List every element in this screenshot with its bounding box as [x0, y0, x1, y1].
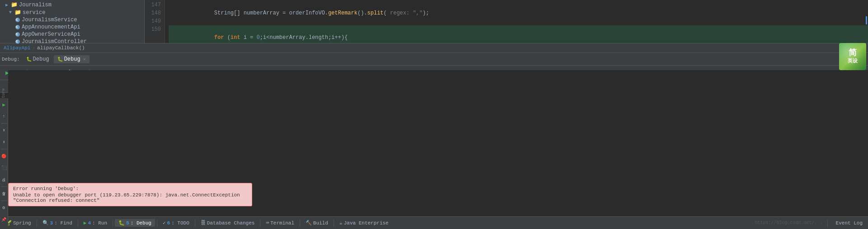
bottom-tab-java-enterprise[interactable]: ☕ Java Enterprise	[336, 219, 392, 227]
sidebar-mute[interactable]: 🔴	[0, 151, 9, 162]
tree-label-app-owner: AppOwnerServiceApi	[22, 31, 80, 38]
sidebar-stop[interactable]: ⬛	[0, 162, 9, 173]
build-icon: 🔨	[306, 220, 312, 226]
bottom-bar: 🌱 Spring 🔍 3 : Find ▶ 4 : Run 🐛 5 : Debu…	[0, 216, 868, 229]
line-num-147: 147	[145, 1, 161, 9]
bottom-url: https://blog.csdn.net/...	[755, 220, 823, 225]
bottom-tab-run-num: 4	[88, 220, 91, 226]
debug-tab-1-icon: 🐛	[26, 57, 32, 62]
tree-label-service: service	[23, 10, 45, 16]
bottom-tab-debug-label: : Debug	[131, 220, 151, 226]
bottom-tab-event-log[interactable]: Event Log	[832, 219, 866, 227]
class-icon-app-owner	[15, 32, 20, 37]
sidebar-step-into-down[interactable]: ⬇	[0, 137, 9, 148]
debug-tab-bar: Debug: 🐛 Debug 🐛 Debug ✕ ⚙ ⊟	[0, 53, 868, 66]
debug-tab-2[interactable]: 🐛 Debug ✕	[54, 55, 90, 63]
dbchanges-icon: 🗄	[201, 220, 206, 226]
bottom-tab-todo[interactable]: ✓ 6 : TODO	[159, 219, 193, 227]
tree-label-app-announcement: AppAnnouncementApi	[22, 24, 80, 30]
sidebar-sep1	[1, 123, 7, 124]
breadcrumb-part2[interactable]: alipayCallback()	[37, 45, 85, 51]
sidebar-sep4	[1, 200, 7, 201]
bottom-tab-find-num: 3	[50, 220, 53, 226]
bottom-tab-find[interactable]: 🔍 3 : Find	[39, 219, 76, 227]
todo-icon: ✓	[163, 220, 166, 226]
line-numbers: 147 148 149 150	[145, 0, 165, 43]
debug-tab-1-label: Debug	[33, 56, 49, 62]
sidebar-sep3	[1, 186, 7, 187]
class-icon-journalism-service	[15, 18, 20, 22]
bottom-right-sep	[827, 219, 828, 227]
bottom-tab-dbchanges[interactable]: 🗄 Database Changes	[197, 219, 259, 227]
bottom-sep7	[300, 219, 300, 227]
bottom-sep1	[37, 219, 37, 227]
plugin-icon-line2: 英设	[848, 58, 858, 65]
debug-tab-2-icon: 🐛	[57, 57, 63, 62]
sidebar-sep2	[1, 149, 7, 149]
breadcrumb-part1[interactable]: AlipayApi	[4, 45, 30, 51]
bottom-tab-run[interactable]: ▶ 4 : Run	[80, 219, 111, 227]
code-line-148: for (int i = 0;i<numberArray.length;i++)…	[169, 25, 868, 43]
bottom-sep6	[260, 219, 260, 227]
sidebar-resume[interactable]: ▶	[0, 99, 9, 110]
bottom-sep8	[334, 219, 334, 227]
bottom-sep4	[157, 219, 157, 227]
run-icon: ▶	[84, 220, 87, 226]
bottom-tab-debug-num: 5	[126, 220, 129, 226]
tree-item-journalism[interactable]: ▶ 📁 Journalism	[0, 1, 144, 9]
plugin-icon-line1: 简	[848, 48, 858, 58]
tree-item-app-announcement[interactable]: AppAnnouncementApi	[0, 24, 144, 31]
bottom-tab-terminal[interactable]: ⌨ Terminal	[262, 219, 297, 227]
tree-arrow-service: ▼	[9, 10, 14, 15]
line-num-148: 148	[145, 9, 161, 17]
folder-icon-journalism: 📁	[11, 1, 18, 8]
debug-label: Debug:	[2, 57, 20, 62]
bottom-tab-run-label: : Run	[92, 220, 107, 226]
bottom-tab-build[interactable]: 🔨 Build	[302, 219, 332, 227]
class-icon-journalism-controller	[15, 39, 20, 44]
tree-item-journalism-service[interactable]: JournalismService	[0, 16, 144, 24]
sidebar-pin[interactable]: 📌	[0, 214, 9, 225]
right-indicator	[866, 16, 867, 24]
bottom-tab-todo-num: 6	[167, 220, 170, 226]
bottom-sep3	[113, 219, 113, 227]
debug-tab-2-close[interactable]: ✕	[83, 57, 86, 62]
code-line-147: String[] numberArray = orderInfoVO.getRe…	[169, 1, 868, 25]
tree-label-journalism-service: JournalismService	[22, 17, 77, 23]
plugin-icon[interactable]: 简 英设	[839, 43, 866, 70]
left-sidebar-icons: ▶ ↑ ⬆ ⬇ 🔴 ⬛ 🖨 🗑 ⚙ 📌	[0, 98, 8, 226]
error-notification: Error running 'Debug': Unable to open de…	[8, 183, 252, 206]
folder-icon-service: 📁	[14, 9, 21, 16]
bottom-sep2	[78, 219, 78, 227]
bottom-tab-spring-label: Spring	[13, 220, 31, 226]
tree-item-service[interactable]: ▼ 📁 service	[0, 9, 144, 16]
bottom-right: https://blog.csdn.net/... Event Log	[755, 219, 866, 227]
bottom-tab-terminal-label: Terminal	[270, 220, 294, 226]
bottom-tab-debug[interactable]: 🐛 5 : Debug	[115, 219, 155, 227]
find-icon: 🔍	[42, 220, 49, 226]
tree-label-journalism-controller: JournalismController	[22, 38, 87, 45]
debug-icon-bottom: 🐛	[118, 220, 125, 226]
event-log-label: Event Log	[836, 220, 863, 226]
sidebar-move-up[interactable]: ↑	[0, 111, 9, 122]
code-lines: String[] numberArray = orderInfoVO.getRe…	[165, 0, 868, 43]
tree-label-journalism: Journalism	[19, 2, 52, 8]
breadcrumb-sep: ›	[32, 45, 35, 51]
error-title: Error running 'Debug':	[13, 186, 247, 191]
bottom-tab-find-label: : Find	[54, 220, 72, 226]
bottom-tab-java-enterprise-label: Java Enterprise	[344, 220, 388, 226]
code-editor: 147 148 149 150 String[] numberArray = o…	[145, 0, 868, 43]
debug-tab-1[interactable]: 🐛 Debug	[23, 55, 53, 63]
tree-arrow-journalism: ▶	[5, 2, 11, 8]
tree-item-app-owner[interactable]: AppOwnerServiceApi	[0, 31, 144, 38]
java-enterprise-icon: ☕	[340, 220, 343, 226]
top-area: ▶ 📁 Journalism ▼ 📁 service JournalismSer…	[0, 0, 868, 43]
line-num-150: 150	[145, 25, 161, 33]
tree-item-journalism-controller[interactable]: JournalismController	[0, 38, 144, 45]
error-message: Unable to open debugger port (119.23.65.…	[13, 192, 247, 203]
bottom-tab-todo-label: : TODO	[171, 220, 189, 226]
debug-tab-2-label: Debug	[64, 56, 80, 62]
sidebar-step-over-up[interactable]: ⬆	[0, 125, 9, 136]
bottom-sep5	[195, 219, 195, 227]
file-tree: ▶ 📁 Journalism ▼ 📁 service JournalismSer…	[0, 0, 145, 43]
